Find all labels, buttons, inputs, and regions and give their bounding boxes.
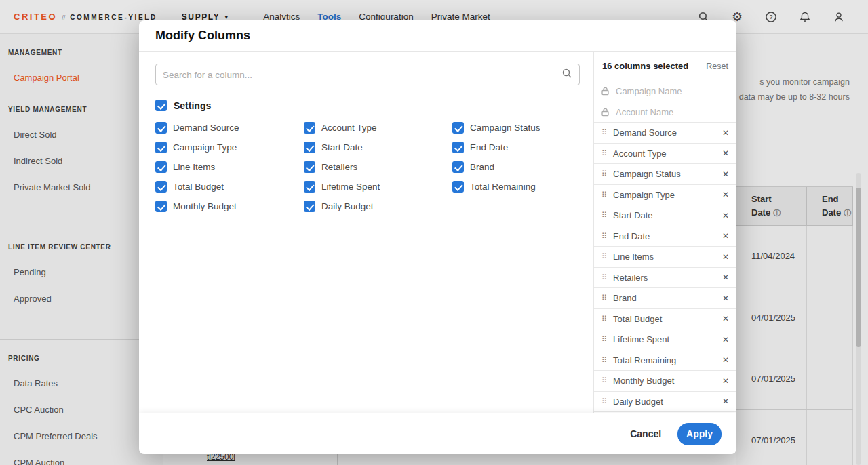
checkbox-total-remaining[interactable]: Total Remaining [452, 181, 580, 193]
remove-column-icon[interactable]: ✕ [722, 335, 729, 344]
checkbox-total-budget[interactable]: Total Budget [155, 181, 304, 193]
drag-handle-icon[interactable]: ⠿ [601, 170, 607, 178]
checkbox-checked-icon[interactable] [304, 142, 315, 153]
checkbox-checked-icon[interactable] [452, 122, 464, 134]
selected-column-row: ⠿Account Type✕ [594, 144, 736, 165]
selected-column-row: ⠿Line Items✕ [594, 247, 736, 268]
remove-column-icon[interactable]: ✕ [722, 148, 729, 158]
remove-column-icon[interactable]: ✕ [722, 272, 729, 282]
app-screen: CRITEO // COMMERCE-YIELD SUPPLY ▾ Analyt… [0, 0, 868, 465]
drag-handle-icon[interactable]: ⠿ [601, 336, 607, 343]
checkbox-checked-icon[interactable] [155, 122, 167, 134]
selected-column-row: ⠿Total Budget✕ [594, 309, 736, 330]
apply-button[interactable]: Apply [677, 423, 722, 445]
checkbox-checked-icon[interactable] [452, 161, 464, 173]
modal-title: Modify Columns [155, 28, 250, 43]
remove-column-icon[interactable]: ✕ [722, 169, 729, 179]
checkbox-checked-icon[interactable] [155, 100, 167, 111]
selected-column-row: ⠿End Date✕ [594, 226, 736, 247]
settings-group-checkbox[interactable]: Settings [155, 100, 580, 111]
modal-header: Modify Columns [139, 20, 736, 52]
checkbox-daily-budget[interactable]: Daily Budget [304, 201, 452, 212]
cancel-button[interactable]: Cancel [630, 428, 661, 439]
checkbox-checked-icon[interactable] [155, 142, 167, 153]
selected-column-row: ⠿Lifetime Spent✕ [594, 329, 736, 350]
checkbox-monthly-budget[interactable]: Monthly Budget [155, 201, 304, 212]
selected-column-row: ⠿Total Remaining✕ [594, 350, 736, 371]
selected-column-row: ⠿Retailers✕ [594, 268, 736, 289]
column-search-input[interactable] [163, 70, 561, 80]
remove-column-icon[interactable]: ✕ [722, 376, 729, 386]
selected-column-row: ⠿Monthly Budget✕ [594, 371, 736, 392]
reset-link[interactable]: Reset [706, 62, 728, 71]
selected-column-row: ⠿Brand✕ [594, 288, 736, 309]
drag-handle-icon[interactable]: ⠿ [601, 129, 607, 136]
drag-handle-icon[interactable]: ⠿ [601, 274, 607, 281]
drag-handle-icon[interactable]: ⠿ [601, 377, 607, 384]
modify-columns-modal: Modify Columns Settings Demand Source Ac… [139, 20, 736, 454]
drag-handle-icon[interactable]: ⠿ [601, 294, 607, 302]
column-picker-pane: Settings Demand Source Account Type Camp… [139, 52, 593, 413]
modal-body: Settings Demand Source Account Type Camp… [139, 52, 736, 413]
drag-handle-icon[interactable]: ⠿ [601, 253, 607, 260]
remove-column-icon[interactable]: ✕ [722, 128, 729, 138]
checkbox-end-date[interactable]: End Date [452, 142, 580, 153]
remove-column-icon[interactable]: ✕ [722, 355, 729, 365]
drag-handle-icon[interactable]: ⠿ [601, 191, 607, 199]
drag-handle-icon[interactable]: ⠿ [601, 315, 607, 323]
checkbox-campaign-status[interactable]: Campaign Status [452, 122, 580, 134]
checkbox-checked-icon[interactable] [452, 181, 464, 193]
checkbox-brand[interactable]: Brand [452, 161, 580, 173]
locked-column-row: Account Name [594, 102, 736, 123]
checkbox-checked-icon[interactable] [304, 201, 315, 212]
selected-columns-panel: 16 columns selected Reset Campaign Name … [593, 52, 736, 413]
selected-column-row: ⠿Daily Budget✕ [594, 392, 736, 413]
checkbox-lifetime-spent[interactable]: Lifetime Spent [304, 181, 452, 193]
column-checkbox-grid: Demand Source Account Type Campaign Stat… [155, 122, 580, 212]
checkbox-checked-icon[interactable] [304, 122, 315, 134]
selected-column-row: ⠿Start Date✕ [594, 205, 736, 226]
selected-count-label: 16 columns selected [602, 61, 688, 71]
remove-column-icon[interactable]: ✕ [722, 231, 729, 241]
remove-column-icon[interactable]: ✕ [722, 211, 729, 220]
column-search-box [155, 64, 580, 85]
remove-column-icon[interactable]: ✕ [722, 252, 729, 262]
drag-handle-icon[interactable]: ⠿ [601, 211, 607, 219]
selected-column-row: ⠿Campaign Type✕ [594, 185, 736, 206]
drag-handle-icon[interactable]: ⠿ [601, 150, 607, 157]
checkbox-checked-icon[interactable] [304, 161, 315, 173]
selected-columns-header: 16 columns selected Reset [594, 52, 736, 81]
selected-column-row: ⠿Campaign Status✕ [594, 164, 736, 185]
checkbox-checked-icon[interactable] [155, 161, 167, 173]
remove-column-icon[interactable]: ✕ [722, 397, 729, 406]
drag-handle-icon[interactable]: ⠿ [601, 398, 607, 405]
remove-column-icon[interactable]: ✕ [722, 190, 729, 199]
remove-column-icon[interactable]: ✕ [722, 314, 729, 323]
checkbox-checked-icon[interactable] [155, 201, 167, 212]
locked-column-row: Campaign Name [594, 81, 736, 102]
checkbox-checked-icon[interactable] [155, 181, 167, 193]
checkbox-start-date[interactable]: Start Date [304, 142, 452, 153]
checkbox-campaign-type[interactable]: Campaign Type [155, 142, 304, 153]
lock-icon [601, 108, 610, 117]
checkbox-line-items[interactable]: Line Items [155, 161, 304, 173]
search-icon [561, 68, 572, 81]
lock-icon [601, 87, 610, 96]
checkbox-checked-icon[interactable] [304, 181, 315, 193]
drag-handle-icon[interactable]: ⠿ [601, 357, 607, 364]
drag-handle-icon[interactable]: ⠿ [601, 232, 607, 240]
settings-group-label: Settings [174, 100, 211, 111]
modal-footer: Cancel Apply [139, 413, 736, 454]
checkbox-demand-source[interactable]: Demand Source [155, 122, 304, 134]
checkbox-retailers[interactable]: Retailers [304, 161, 452, 173]
checkbox-account-type[interactable]: Account Type [304, 122, 452, 134]
remove-column-icon[interactable]: ✕ [722, 294, 729, 303]
checkbox-checked-icon[interactable] [452, 142, 464, 153]
selected-column-row: ⠿Demand Source✕ [594, 123, 736, 144]
